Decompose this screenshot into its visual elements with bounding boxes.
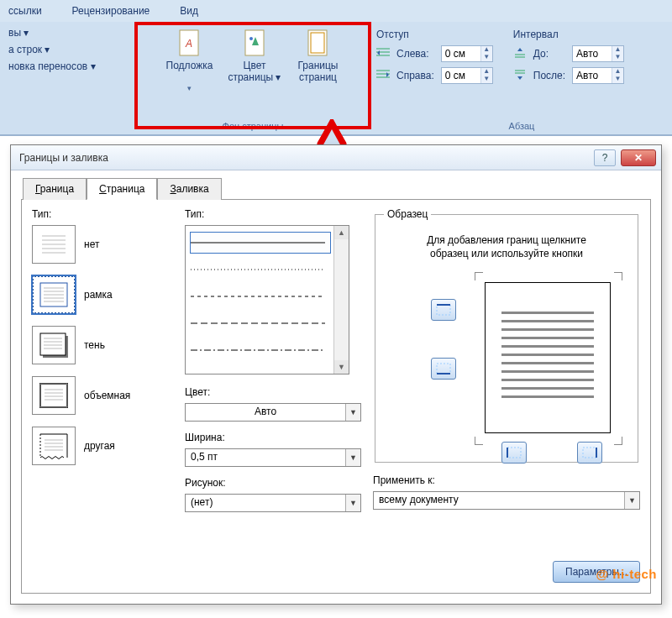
scroll-up-icon[interactable]: ▲	[334, 226, 349, 239]
color-label: Цвет:	[185, 386, 361, 398]
indent-left-spinner[interactable]: ▲▼	[441, 45, 493, 62]
ribbon-tab-view[interactable]: Вид	[175, 2, 203, 20]
setting-none[interactable]: нет	[32, 225, 173, 264]
scroll-down-icon[interactable]: ▼	[334, 360, 349, 374]
preview-page[interactable]	[485, 282, 611, 433]
svg-rect-28	[40, 384, 67, 407]
art-label: Рисунок:	[185, 477, 361, 489]
apply-to-label: Применить к:	[373, 474, 640, 486]
indent-right-icon	[376, 69, 390, 83]
style-label: Тип:	[185, 208, 361, 220]
ribbon-item-1[interactable]: вы ▾	[5, 25, 99, 40]
apply-to-combo[interactable]: всему документу ▼	[373, 491, 640, 510]
chevron-down-icon: ▼	[624, 492, 639, 509]
chevron-down-icon: ▼	[345, 449, 360, 466]
ribbon-group-paragraph: Отступ Слева: ▲▼ Справа: ▲▼ Интервал	[371, 22, 672, 134]
help-button[interactable]: ?	[594, 149, 616, 166]
setting-custom-label: другая	[84, 440, 115, 452]
ribbon-item-hyphenation[interactable]: новка переносов ▾	[5, 59, 99, 74]
setting-none-label: нет	[84, 238, 99, 250]
style-listbox[interactable]: ▲▼	[185, 225, 349, 374]
preview-legend: Образец	[384, 208, 431, 220]
dialog-tabs: Граница Страница Заливка	[23, 177, 661, 199]
watermark-text: @ hi-tech	[596, 567, 657, 581]
group-caption-paragraph: Абзац	[376, 121, 667, 133]
style-list-scrollbar[interactable]: ▲▼	[333, 226, 349, 374]
spacing-after-icon	[513, 69, 527, 83]
borders-and-shading-dialog: Границы и заливка ? ✕ Граница Страница З…	[10, 144, 662, 605]
spacing-after-label: После:	[533, 70, 565, 81]
spacing-before-spinner[interactable]: ▲▼	[572, 45, 624, 62]
chevron-down-icon: ▼	[345, 495, 360, 511]
ribbon-item-2[interactable]: а строк ▾	[5, 42, 99, 57]
page-borders-button[interactable]: Границы страниц	[291, 25, 344, 87]
ribbon: вы ▾ а строк ▾ новка переносов ▾ A Подло…	[0, 22, 672, 136]
ribbon-tab-row: ссылки Рецензирование Вид	[0, 0, 672, 22]
art-combo[interactable]: (нет) ▼	[185, 494, 361, 512]
svg-rect-48	[583, 448, 596, 458]
preview-fieldset: Образец Для добавления границ щелкните о…	[375, 208, 638, 463]
ribbon-group-page-background: A Подложка▾ Цвет страницы ▾ Границы стра…	[134, 22, 371, 134]
dialog-title: Границы и заливка	[19, 152, 108, 164]
color-combo[interactable]: Авто ▼	[185, 403, 361, 422]
setting-shadow-label: тень	[84, 339, 105, 351]
close-icon: ✕	[634, 152, 643, 164]
svg-rect-42	[437, 305, 450, 315]
preview-left-border-button[interactable]	[501, 442, 527, 464]
svg-rect-27	[40, 384, 67, 407]
indent-left-icon	[376, 47, 390, 61]
setting-box-label: рамка	[84, 289, 113, 301]
watermark-button[interactable]: A Подложка▾	[161, 25, 218, 96]
help-icon: ?	[602, 152, 608, 164]
ribbon-group-page-setup: вы ▾ а строк ▾ новка переносов ▾	[0, 22, 134, 134]
ribbon-tab-references[interactable]: ссылки	[3, 2, 47, 20]
svg-rect-22	[40, 333, 66, 355]
svg-point-3	[249, 37, 253, 40]
group-caption-page-bg: Фон страницы	[139, 121, 366, 133]
indent-right-spinner[interactable]: ▲▼	[441, 67, 493, 84]
setting-label: Тип:	[32, 208, 173, 220]
watermark-icon: A	[175, 29, 203, 57]
svg-text:A: A	[185, 38, 192, 50]
setting-3d-label: объемная	[84, 390, 130, 401]
spacing-caption: Интервал	[513, 29, 624, 40]
spacing-before-label: До:	[533, 48, 565, 60]
dialog-titlebar[interactable]: Границы и заливка ? ✕	[11, 145, 661, 170]
chevron-down-icon: ▼	[345, 404, 360, 421]
setting-custom[interactable]: другая	[32, 427, 173, 465]
indent-right-label: Справа:	[396, 70, 434, 81]
close-button[interactable]: ✕	[621, 149, 656, 166]
page-color-icon	[240, 29, 269, 57]
indent-left-label: Слева:	[396, 48, 434, 60]
width-combo[interactable]: 0,5 пт ▼	[185, 448, 361, 467]
indent-caption: Отступ	[376, 29, 493, 40]
preview-right-border-button[interactable]	[577, 442, 602, 464]
dialog-panel: Тип: нет рамка тень объемная	[21, 199, 651, 594]
setting-3d[interactable]: объемная	[32, 376, 173, 415]
preview-bottom-border-button[interactable]	[431, 358, 456, 380]
setting-box[interactable]: рамка	[32, 275, 173, 314]
svg-rect-46	[507, 448, 521, 458]
page-borders-icon	[303, 29, 332, 57]
tab-shading[interactable]: Заливка	[157, 178, 221, 200]
tab-page[interactable]: Страница	[87, 178, 157, 200]
preview-hint: Для добавления границ щелкните образец и…	[414, 233, 599, 260]
setting-shadow[interactable]: тень	[32, 326, 173, 364]
spacing-after-spinner[interactable]: ▲▼	[572, 67, 624, 84]
page-color-button[interactable]: Цвет страницы ▾	[223, 25, 286, 87]
ribbon-tab-review[interactable]: Рецензирование	[67, 2, 155, 20]
tab-border[interactable]: Граница	[23, 178, 87, 200]
width-label: Ширина:	[185, 432, 361, 443]
spacing-before-icon	[513, 47, 527, 61]
preview-top-border-button[interactable]	[431, 299, 456, 321]
svg-rect-44	[437, 364, 450, 374]
